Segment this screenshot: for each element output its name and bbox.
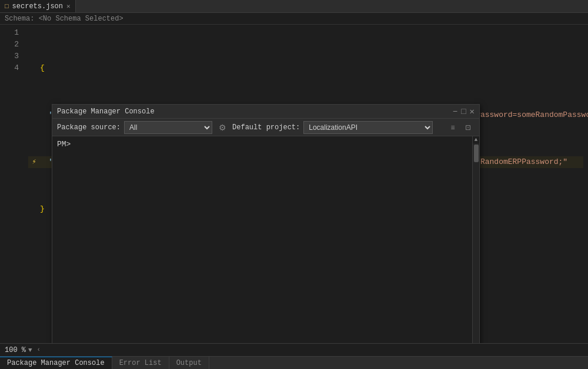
- tab-error-label: Error List: [119, 359, 162, 367]
- package-manager-console: Package Manager Console − □ ✕ Package so…: [52, 104, 480, 343]
- line-4-text: }: [40, 203, 45, 215]
- tab-filename: secrets.json: [12, 2, 63, 11]
- file-icon: □: [5, 3, 9, 10]
- scrollbar-thumb[interactable]: [474, 145, 479, 162]
- line-num-3: 3: [0, 51, 19, 62]
- line-numbers: 1 2 3 4: [0, 25, 24, 343]
- tab-close-button[interactable]: ✕: [66, 2, 71, 10]
- schema-label: Schema:: [5, 15, 34, 23]
- tab-output-label: Output: [176, 359, 202, 367]
- code-line-1: {: [28, 62, 583, 74]
- pkg-project-select[interactable]: LocalizationAPI: [303, 121, 433, 134]
- zoom-dropdown[interactable]: ▼: [28, 347, 32, 354]
- pkg-source-select[interactable]: All nuget.org Microsoft: [124, 121, 212, 134]
- line-num-1: 1: [0, 27, 19, 39]
- line-num-4: 4: [0, 62, 19, 74]
- pkg-body[interactable]: PM> ▲ ▼: [52, 136, 479, 343]
- pkg-project-label: Default project:: [232, 123, 300, 132]
- line-num-2: 2: [0, 39, 19, 51]
- pkg-minimize-button[interactable]: −: [453, 108, 457, 116]
- pkg-title-controls: − □ ✕: [453, 108, 475, 116]
- line-3-indent: [40, 156, 49, 168]
- scroll-left-arrow[interactable]: ‹: [37, 347, 41, 353]
- pkg-title-bar: Package Manager Console − □ ✕: [52, 105, 479, 119]
- pkg-list-button[interactable]: ≡: [446, 121, 459, 134]
- pkg-close-button[interactable]: ✕: [470, 108, 475, 116]
- tab-bar: □ secrets.json ✕: [0, 0, 588, 13]
- tab-error-list[interactable]: Error List: [112, 357, 169, 369]
- pkg-title: Package Manager Console: [57, 108, 155, 116]
- status-bar: 100 % ▼ ‹: [0, 343, 588, 356]
- gutter-3: ⚡: [28, 156, 40, 168]
- editor-area: 1 2 3 4 { "ConnectionStrings:localhost" …: [0, 25, 588, 343]
- schema-value: <No Schema Selected>: [39, 15, 123, 23]
- line-2-indent: [40, 109, 49, 121]
- pkg-source-label: Package source:: [57, 123, 121, 132]
- line-1-text: {: [40, 62, 45, 74]
- pkg-settings-button[interactable]: ⚙: [216, 121, 229, 134]
- pkg-toolbar: Package source: All nuget.org Microsoft …: [52, 119, 479, 136]
- zoom-level: 100 %: [5, 346, 26, 354]
- pkg-prompt: PM>: [52, 136, 479, 153]
- tab-secrets-json[interactable]: □ secrets.json ✕: [0, 0, 76, 12]
- schema-bar: Schema: <No Schema Selected>: [0, 13, 588, 25]
- scrollbar-up-arrow[interactable]: ▲: [473, 136, 480, 143]
- scrollbar-track[interactable]: [473, 143, 479, 343]
- pkg-clear-button[interactable]: ⊡: [462, 121, 475, 134]
- tab-output[interactable]: Output: [169, 357, 209, 369]
- bottom-tabs: Package Manager Console Error List Outpu…: [0, 356, 588, 369]
- pkg-vertical-scrollbar[interactable]: ▲ ▼: [472, 136, 479, 343]
- tab-pkg-label: Package Manager Console: [7, 359, 105, 367]
- pkg-restore-button[interactable]: □: [461, 108, 466, 116]
- pkg-toolbar-right: ≡ ⊡: [446, 121, 475, 134]
- tab-package-manager-console[interactable]: Package Manager Console: [0, 357, 112, 369]
